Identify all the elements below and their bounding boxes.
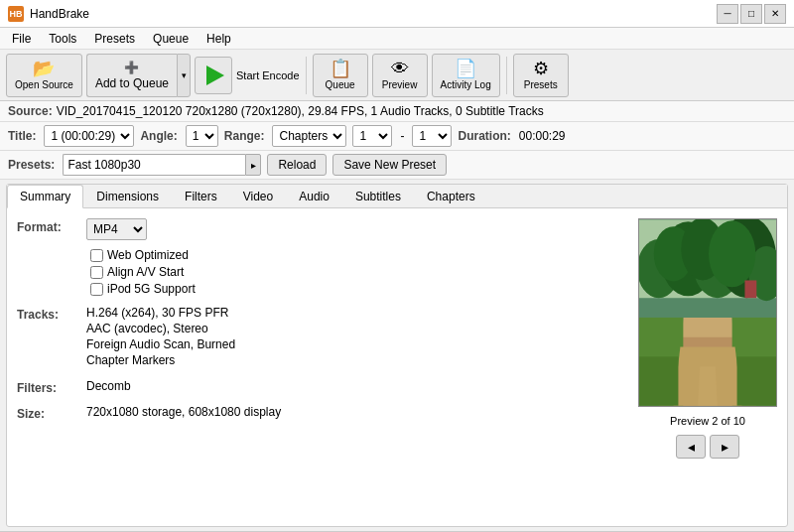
tab-chapters[interactable]: Chapters xyxy=(414,185,488,208)
add-to-queue-dropdown[interactable]: ▾ xyxy=(177,54,191,97)
close-button[interactable]: ✕ xyxy=(764,4,786,24)
minimize-button[interactable]: ─ xyxy=(717,4,738,24)
start-encode-button[interactable] xyxy=(195,57,232,94)
svg-marker-17 xyxy=(698,366,718,405)
tab-audio[interactable]: Audio xyxy=(286,185,342,208)
tab-filters[interactable]: Filters xyxy=(172,185,230,208)
toolbar: 📂 Open Source ➕ Add to Queue ▾ Start Enc… xyxy=(0,50,794,101)
menu-tools[interactable]: Tools xyxy=(41,30,84,48)
add-to-queue-main[interactable]: ➕ Add to Queue xyxy=(86,54,177,97)
track-1: H.264 (x264), 30 FPS PFR xyxy=(86,306,618,320)
presets-line: Presets: ▸ Reload Save New Preset xyxy=(0,151,794,180)
play-icon xyxy=(206,66,224,85)
presets-button[interactable]: ⚙ Presets xyxy=(513,54,569,97)
tracks-row: Tracks: H.264 (x264), 30 FPS PFR AAC (av… xyxy=(17,306,618,369)
angle-label: Angle: xyxy=(140,129,177,143)
size-key: Size: xyxy=(17,405,86,421)
preview-prev-button[interactable]: ◂ xyxy=(676,435,706,459)
titlebar: HB HandBrake ─ □ ✕ xyxy=(0,0,794,28)
format-val: MP4 MKV WebM Web Optimized Align A/V Sta xyxy=(86,218,618,296)
filters-val: Decomb xyxy=(86,379,618,395)
format-select-row: MP4 MKV WebM xyxy=(86,218,618,240)
ipod-5g-checkbox[interactable] xyxy=(90,283,103,296)
activity-log-button[interactable]: 📄 Activity Log xyxy=(432,54,500,97)
web-optimized-checkbox-label[interactable]: Web Optimized xyxy=(90,248,618,262)
size-value: 720x1080 storage, 608x1080 display xyxy=(86,405,618,419)
tracks-key: Tracks: xyxy=(17,306,86,322)
tab-subtitles[interactable]: Subtitles xyxy=(342,185,414,208)
filters-row: Filters: Decomb xyxy=(17,379,618,395)
align-av-checkbox[interactable] xyxy=(90,266,103,279)
save-new-preset-button[interactable]: Save New Preset xyxy=(332,154,447,176)
range-label: Range: xyxy=(224,129,265,143)
svg-rect-15 xyxy=(639,356,678,405)
tab-content: Format: MP4 MKV WebM Web Optimized xyxy=(7,208,787,526)
maximize-button[interactable]: □ xyxy=(740,4,762,24)
range-separator: - xyxy=(400,129,404,143)
format-row: Format: MP4 MKV WebM Web Optimized xyxy=(17,218,618,296)
duration-value: 00:00:29 xyxy=(519,129,566,143)
angle-select[interactable]: 1 xyxy=(186,125,218,147)
start-encode-label: Start Encode xyxy=(236,69,300,81)
filters-value: Decomb xyxy=(86,379,618,393)
web-optimized-checkbox[interactable] xyxy=(90,249,103,262)
queue-button[interactable]: 📋 Queue xyxy=(313,54,368,97)
svg-rect-14 xyxy=(744,280,756,298)
titlebar-left: HB HandBrake xyxy=(8,6,89,22)
title-label: Title: xyxy=(8,129,36,143)
align-av-checkbox-label[interactable]: Align A/V Start xyxy=(90,265,618,279)
range-type-select[interactable]: Chapters xyxy=(272,125,346,147)
preview-caption: Preview 2 of 10 xyxy=(670,415,745,427)
menu-presets[interactable]: Presets xyxy=(86,30,143,48)
presets-input[interactable] xyxy=(63,154,245,176)
tab-summary[interactable]: Summary xyxy=(7,185,83,208)
filters-key: Filters: xyxy=(17,379,86,395)
range-from-select[interactable]: 1 xyxy=(352,125,392,147)
title-line: Title: 1 (00:00:29) Angle: 1 Range: Chap… xyxy=(0,122,794,151)
right-panel: Preview 2 of 10 ◂ ▸ xyxy=(638,218,777,516)
park-svg xyxy=(639,218,776,407)
app-icon: HB xyxy=(8,6,24,22)
track-2: AAC (avcodec), Stereo xyxy=(86,322,618,335)
menu-file[interactable]: File xyxy=(4,30,39,48)
track-3: Foreign Audio Scan, Burned xyxy=(86,337,618,351)
preview-button[interactable]: 👁 Preview xyxy=(372,54,428,97)
track-4: Chapter Markers xyxy=(86,353,618,367)
presets-dropdown-arrow[interactable]: ▸ xyxy=(245,154,261,176)
title-select[interactable]: 1 (00:00:29) xyxy=(44,125,134,147)
menubar: File Tools Presets Queue Help xyxy=(0,28,794,50)
toolbar-separator-2 xyxy=(506,57,507,94)
size-val: 720x1080 storage, 608x1080 display xyxy=(86,405,618,421)
align-av-label: Align A/V Start xyxy=(107,265,184,279)
tab-video[interactable]: Video xyxy=(230,185,286,208)
format-options: Web Optimized Align A/V Start iPod 5G Su… xyxy=(90,248,618,296)
titlebar-title: HandBrake xyxy=(30,7,89,21)
format-key: Format: xyxy=(17,218,86,234)
menu-help[interactable]: Help xyxy=(198,30,239,48)
format-select[interactable]: MP4 MKV WebM xyxy=(86,218,147,240)
presets-combo: ▸ xyxy=(63,154,261,176)
tab-dimensions[interactable]: Dimensions xyxy=(83,185,172,208)
source-label: Source: xyxy=(8,104,53,118)
left-panel: Format: MP4 MKV WebM Web Optimized xyxy=(17,218,618,516)
preview-next-button[interactable]: ▸ xyxy=(710,435,739,459)
web-optimized-label: Web Optimized xyxy=(107,248,189,262)
add-queue-icon: ➕ xyxy=(124,61,139,74)
source-value: VID_20170415_120120 720x1280 (720x1280),… xyxy=(57,104,544,118)
svg-point-8 xyxy=(709,220,755,287)
toolbar-separator xyxy=(306,57,307,94)
ipod-5g-checkbox-label[interactable]: iPod 5G Support xyxy=(90,282,618,296)
menu-queue[interactable]: Queue xyxy=(145,30,197,48)
range-to-select[interactable]: 1 xyxy=(412,125,452,147)
tabs: Summary Dimensions Filters Video Audio S… xyxy=(7,185,787,208)
size-row: Size: 720x1080 storage, 608x1080 display xyxy=(17,405,618,421)
queue-icon: 📋 xyxy=(330,60,351,77)
reload-button[interactable]: Reload xyxy=(267,154,327,176)
preview-icon: 👁 xyxy=(391,60,409,77)
add-to-queue-button[interactable]: ➕ Add to Queue ▾ xyxy=(86,54,191,97)
ipod-5g-label: iPod 5G Support xyxy=(107,282,196,296)
open-source-icon: 📂 xyxy=(33,60,55,77)
duration-label: Duration: xyxy=(458,129,510,143)
open-source-button[interactable]: 📂 Open Source xyxy=(6,54,82,97)
tracks-val: H.264 (x264), 30 FPS PFR AAC (avcodec), … xyxy=(86,306,618,369)
